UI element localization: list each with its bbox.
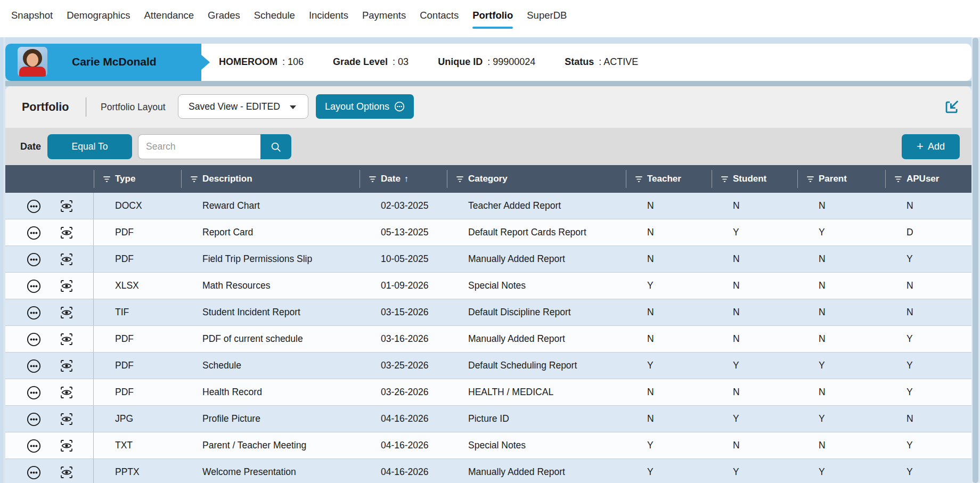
- layout-options-button[interactable]: Layout Options: [316, 94, 414, 119]
- table-row[interactable]: JPGProfile Picture04-16-2026Picture IDNY…: [5, 406, 971, 432]
- cell-date: 04-16-2026: [360, 459, 447, 483]
- cell-parent: N: [797, 246, 885, 272]
- row-more-options-button[interactable]: [26, 305, 41, 320]
- student-name-plate: Carie McDonald: [5, 44, 201, 81]
- search-button[interactable]: [260, 134, 291, 159]
- row-preview-button[interactable]: [59, 385, 74, 400]
- cell-description: Field Trip Permissions Slip: [181, 246, 360, 272]
- table-row[interactable]: PDFPDF of current schedule03-16-2026Manu…: [5, 326, 971, 353]
- filter-icon-student[interactable]: [721, 176, 728, 183]
- table-row[interactable]: TXTParent / Teacher Meeting04-16-2026Spe…: [5, 432, 971, 459]
- tab-snapshot[interactable]: Snapshot: [11, 0, 53, 30]
- row-preview-button[interactable]: [59, 252, 74, 267]
- cell-category: Default Scheduling Report: [447, 353, 626, 379]
- more-options-icon: [27, 386, 41, 400]
- tab-payments[interactable]: Payments: [362, 0, 406, 30]
- row-preview-button[interactable]: [59, 279, 74, 293]
- tab-superdb[interactable]: SuperDB: [527, 0, 567, 30]
- chevron-down-icon: [290, 105, 296, 109]
- tab-portfolio[interactable]: Portfolio: [472, 0, 513, 30]
- row-preview-button[interactable]: [59, 225, 74, 240]
- row-more-options-button[interactable]: [26, 332, 41, 347]
- row-more-options-button[interactable]: [26, 438, 41, 453]
- table-row[interactable]: DOCXReward Chart02-03-2025Teacher Added …: [5, 193, 971, 219]
- table-row[interactable]: PPTXWelcome Presentation04-16-2026Manual…: [5, 459, 971, 483]
- tab-grades[interactable]: Grades: [208, 0, 240, 30]
- cell-teacher: N: [626, 299, 712, 325]
- filter-icon-description[interactable]: [191, 176, 198, 183]
- table-row[interactable]: XLSXMath Resources01-09-2026Special Note…: [5, 273, 971, 299]
- row-preview-button[interactable]: [59, 332, 74, 347]
- student-field-homeroom: HOMEROOM: 106: [219, 56, 304, 68]
- cell-description: PDF of current schedule: [181, 326, 360, 352]
- cell-date: 03-15-2026: [360, 299, 447, 325]
- cell-apuser: D: [885, 219, 971, 245]
- cell-date: 05-13-2025: [360, 219, 447, 245]
- row-more-options-button[interactable]: [26, 225, 41, 240]
- search-input[interactable]: [138, 134, 260, 159]
- table-row[interactable]: PDFField Trip Permissions Slip10-05-2025…: [5, 246, 971, 273]
- column-header-date[interactable]: Date↑: [360, 165, 447, 193]
- row-preview-button[interactable]: [59, 358, 74, 373]
- filter-icon-category[interactable]: [456, 176, 463, 183]
- row-more-options-button[interactable]: [26, 412, 41, 427]
- table-row[interactable]: PDFReport Card05-13-2025Default Report C…: [5, 219, 971, 246]
- column-header-parent[interactable]: Parent: [797, 165, 885, 193]
- row-more-options-button[interactable]: [26, 358, 41, 373]
- column-header-teacher[interactable]: Teacher: [626, 165, 712, 193]
- tab-schedule[interactable]: Schedule: [254, 0, 295, 30]
- row-preview-button[interactable]: [59, 412, 74, 427]
- scrollbar-thumb[interactable]: [973, 38, 978, 483]
- row-more-options-button[interactable]: [26, 199, 41, 214]
- search-icon: [270, 141, 282, 153]
- column-header-student[interactable]: Student: [712, 165, 797, 193]
- column-header-description[interactable]: Description: [181, 165, 360, 193]
- tab-demographics[interactable]: Demographics: [67, 0, 130, 30]
- collapse-layout-icon[interactable]: [944, 99, 960, 115]
- cell-date: 10-05-2025: [360, 246, 447, 272]
- filter-icon-date[interactable]: [369, 176, 376, 183]
- vertical-scrollbar[interactable]: [971, 37, 980, 483]
- filter-icon-parent[interactable]: [807, 176, 814, 183]
- ellipsis-circle-icon: [394, 101, 405, 112]
- cell-category: Manually Added Report: [447, 326, 626, 352]
- preview-eye-icon: [60, 465, 74, 479]
- table-row[interactable]: TIFStudent Incident Report03-15-2026Defa…: [5, 299, 971, 326]
- tab-attendance[interactable]: Attendance: [144, 0, 194, 30]
- table-body: DOCXReward Chart02-03-2025Teacher Added …: [5, 193, 971, 483]
- date-operator-button[interactable]: Equal To: [47, 134, 132, 159]
- filter-icon-teacher[interactable]: [635, 176, 642, 183]
- cell-apuser: Y: [885, 432, 971, 459]
- more-options-icon: [27, 306, 41, 320]
- cell-parent: N: [797, 326, 885, 352]
- row-more-options-button[interactable]: [26, 385, 41, 400]
- row-more-options-button[interactable]: [26, 279, 41, 293]
- tab-incidents[interactable]: Incidents: [309, 0, 348, 30]
- cell-category: Default Discipline Report: [447, 299, 626, 325]
- row-preview-button[interactable]: [59, 199, 74, 214]
- table-row[interactable]: PDFSchedule03-25-2026Default Scheduling …: [5, 353, 971, 379]
- row-preview-button[interactable]: [59, 438, 74, 453]
- row-preview-button[interactable]: [59, 465, 74, 480]
- filter-icon-apuser[interactable]: [895, 176, 902, 183]
- tab-contacts[interactable]: Contacts: [420, 0, 459, 30]
- cell-parent: Y: [797, 406, 885, 432]
- column-header-type[interactable]: Type: [94, 165, 181, 193]
- preview-eye-icon: [60, 332, 74, 346]
- cell-type: DOCX: [94, 193, 181, 219]
- cell-description: Welcome Presentation: [181, 459, 360, 483]
- column-header-apuser[interactable]: APUser: [885, 165, 971, 193]
- portfolio-table: TypeDescriptionDate↑CategoryTeacherStude…: [5, 165, 971, 483]
- table-row[interactable]: PDFHealth Record03-26-2026HEALTH / MEDIC…: [5, 379, 971, 406]
- add-button[interactable]: + Add: [902, 134, 960, 159]
- row-more-options-button[interactable]: [26, 465, 41, 480]
- column-header-category[interactable]: Category: [447, 165, 626, 193]
- row-actions: [5, 353, 94, 379]
- row-actions: [5, 432, 94, 459]
- cell-apuser: N: [885, 273, 971, 299]
- row-preview-button[interactable]: [59, 305, 74, 320]
- portfolio-layout-select[interactable]: Saved View - EDITED: [178, 94, 308, 119]
- filter-icon-type[interactable]: [103, 176, 110, 183]
- cell-type: TXT: [94, 432, 181, 459]
- row-more-options-button[interactable]: [26, 252, 41, 267]
